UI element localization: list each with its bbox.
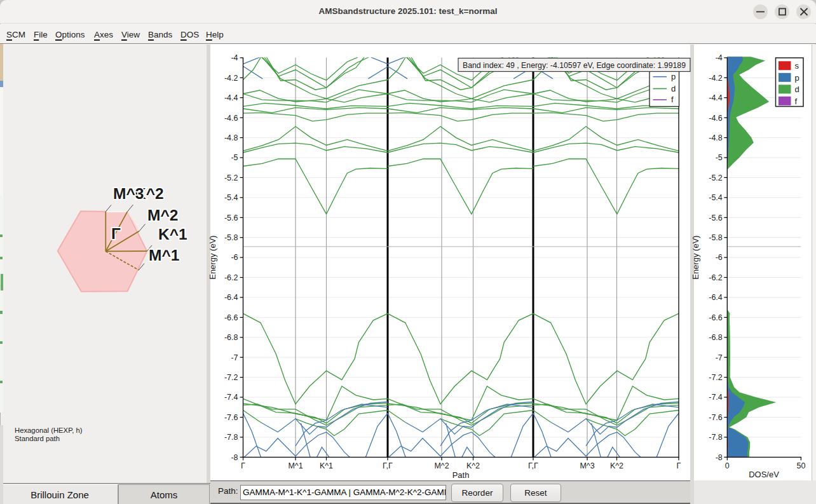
svg-text:-5.6: -5.6 [709,214,723,222]
svg-text:-4.2: -4.2 [709,74,723,83]
svg-text:-7.4: -7.4 [709,393,723,402]
svg-text:-5.8: -5.8 [709,233,723,242]
svg-text:-7.2: -7.2 [709,373,723,382]
svg-text:-7.8: -7.8 [709,433,723,442]
svg-text:p: p [795,73,799,83]
svg-text:0: 0 [725,461,730,470]
svg-text:DOS/eV: DOS/eV [749,470,779,479]
svg-text:-4.8: -4.8 [709,133,723,142]
svg-text:Energy (eV): Energy (eV) [691,235,700,279]
svg-text:-4.6: -4.6 [709,114,723,123]
svg-text:-4: -4 [716,53,723,62]
svg-text:-7: -7 [716,353,723,362]
svg-text:-6.6: -6.6 [709,313,723,322]
svg-text:-4.4: -4.4 [709,93,723,102]
svg-text:50: 50 [796,461,805,470]
svg-text:s: s [795,61,799,71]
svg-text:-6.8: -6.8 [709,333,723,342]
svg-text:-7.6: -7.6 [709,413,723,422]
svg-text:d: d [795,85,799,94]
svg-text:-5.2: -5.2 [709,174,723,182]
svg-text:f: f [795,97,798,106]
svg-text:-6.2: -6.2 [709,273,723,282]
svg-text:-5: -5 [716,153,723,162]
svg-text:-5.4: -5.4 [709,193,723,202]
svg-text:-6.4: -6.4 [709,293,723,302]
svg-text:-6: -6 [716,253,723,262]
svg-text:-8: -8 [716,453,723,462]
